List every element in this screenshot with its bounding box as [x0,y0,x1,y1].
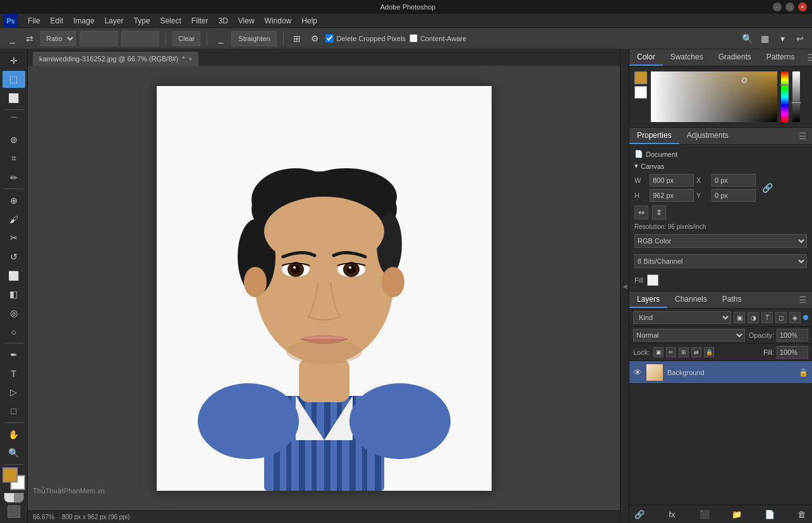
fit-canvas-width-button[interactable]: ⇔ [634,206,648,219]
crop-tool[interactable]: ⬚ [3,71,25,89]
close-tab-button[interactable]: × [189,56,193,63]
marquee-tool[interactable]: ⬜ [3,89,25,107]
layers-panel-menu-button[interactable]: ☰ [794,292,812,307]
foreground-color-swatch[interactable] [3,467,18,483]
tab-gradients[interactable]: Gradients [711,49,759,66]
layer-visibility-icon[interactable]: 👁 [633,367,642,378]
tab-layers[interactable]: Layers [629,292,667,308]
link-layers-button[interactable]: 🔗 [633,508,646,520]
color-spectrum[interactable] [651,71,777,122]
crop-tool-options-icon[interactable]: ⎯ [5,32,19,46]
brush-tool[interactable]: 🖌 [3,211,25,228]
gradient-tool[interactable]: ◧ [3,286,25,304]
canvas-y-input[interactable] [712,189,756,202]
link-dimensions-icon[interactable]: 🔗 [762,183,773,193]
panel-collapse-handle[interactable]: ◀ [620,49,629,523]
pen-tool[interactable]: ✒ [3,346,25,364]
dodge-tool[interactable]: ○ [3,323,25,341]
history-brush-tool[interactable]: ↺ [3,248,25,266]
fill-swatch[interactable] [647,274,658,286]
path-select-tool[interactable]: ▷ [3,384,25,402]
menu-edit[interactable]: Edit [45,15,68,27]
properties-panel-menu-button[interactable]: ☰ [794,128,812,144]
foreground-swatch[interactable] [634,71,647,84]
screen-mode-button[interactable] [8,505,20,518]
new-group-button[interactable]: 📁 [730,508,743,520]
lock-all-icon[interactable]: 🔒 [704,347,714,357]
straighten-icon[interactable]: ⎯ [214,32,227,46]
menu-3d[interactable]: 3D [213,15,233,27]
clone-stamp-tool[interactable]: ✂ [3,230,25,247]
fit-canvas-height-button[interactable]: ⇕ [652,206,666,219]
filter-adjustment-icon[interactable]: ◑ [748,312,759,323]
delete-pixels-checkbox[interactable]: Delete Cropped Pixels [325,34,405,42]
content-aware-checkbox[interactable]: Content-Aware [409,34,466,42]
color-mode-select[interactable]: RGB Color CMYK Color [634,234,807,248]
color-panel-menu-button[interactable]: ☰ [802,50,812,65]
lightness-slider[interactable] [792,71,800,122]
tab-patterns[interactable]: Patterns [759,49,803,66]
move-tool[interactable]: ✛ [3,52,25,70]
opacity-input[interactable] [777,329,808,341]
add-fx-button[interactable]: fx [665,508,678,520]
menu-layer[interactable]: Layer [99,15,128,27]
menu-window[interactable]: Window [260,15,297,27]
maximize-button[interactable]: □ [785,3,794,11]
close-button[interactable]: × [798,3,807,11]
tab-paths[interactable]: Paths [715,292,749,308]
tab-adjustments[interactable]: Adjustments [679,128,736,144]
menu-image[interactable]: Image [68,15,99,27]
healing-brush-tool[interactable]: ⊕ [3,192,25,209]
tab-swatches[interactable]: Swatches [663,49,711,66]
menu-help[interactable]: Help [296,15,322,27]
add-mask-button[interactable]: ⬛ [698,508,711,520]
eyedropper-tool[interactable]: ✏ [3,169,25,187]
tab-channels[interactable]: Channels [667,292,715,308]
hand-tool[interactable]: ✋ [3,426,25,443]
minimize-button[interactable]: – [773,3,782,11]
canvas-section-header[interactable]: ▾ Canvas [634,162,807,170]
bit-depth-select[interactable]: 8 Bits/Channel 16 Bits/Channel 32 Bits/C… [634,254,807,268]
fg-bg-swatch[interactable] [3,467,25,490]
workspace-menu-icon[interactable]: ▾ [775,32,789,46]
new-layer-button[interactable]: 📄 [763,508,776,520]
menu-select[interactable]: Select [155,15,186,27]
document-tab[interactable]: kamiwedding-316252.jpg @ 66.7% (RGB/8#) … [33,52,198,66]
zoom-tool[interactable]: 🔍 [3,445,25,462]
canvas-content[interactable]: ThủThuậtPhanMem.vn [28,66,620,510]
hue-slider[interactable] [781,71,789,122]
search-icon[interactable]: 🔍 [740,32,754,46]
straighten-button[interactable]: Straighten [231,31,277,46]
blur-tool[interactable]: ◎ [3,304,25,322]
document-section-header[interactable]: 📄 Document [634,150,807,158]
menu-type[interactable]: Type [128,15,155,27]
workspace-layout-icon[interactable]: ▦ [758,32,772,46]
quick-mask-toggle[interactable] [4,493,24,503]
layer-item-background[interactable]: 👁 Background 🔒 [629,361,812,384]
delete-layer-button[interactable]: 🗑 [796,508,808,520]
crop-ratio-swap-icon[interactable]: ⇄ [23,32,37,46]
filter-type-icon[interactable]: T [761,312,773,323]
eraser-tool[interactable]: ⬜ [3,267,25,285]
grid-overlay-icon[interactable]: ⊞ [290,32,304,46]
canvas-width-input[interactable] [650,174,694,187]
type-tool[interactable]: T [3,365,25,383]
canvas-height-input[interactable] [650,189,694,202]
filter-shape-icon[interactable]: ◻ [775,312,787,323]
ratio-select[interactable]: Ratio [40,31,76,46]
settings-icon[interactable]: ⚙ [308,32,322,46]
crop-tool-2[interactable]: ⌗ [3,150,25,168]
quick-select-tool[interactable]: ⊚ [3,131,25,149]
blend-mode-select[interactable]: Normal Multiply Screen [633,329,745,341]
history-back-icon[interactable]: ↩ [793,32,807,46]
clear-button[interactable]: Clear [173,31,200,46]
tab-properties[interactable]: Properties [629,128,679,144]
layer-filter-select[interactable]: Kind [633,311,731,324]
menu-file[interactable]: File [23,15,45,27]
shape-tool[interactable]: □ [3,402,25,420]
lock-position-button[interactable]: ✏ [666,347,676,357]
width-input[interactable] [80,31,118,46]
height-input[interactable] [121,31,159,46]
canvas-x-input[interactable] [712,174,756,187]
menu-filter[interactable]: Filter [186,15,214,27]
